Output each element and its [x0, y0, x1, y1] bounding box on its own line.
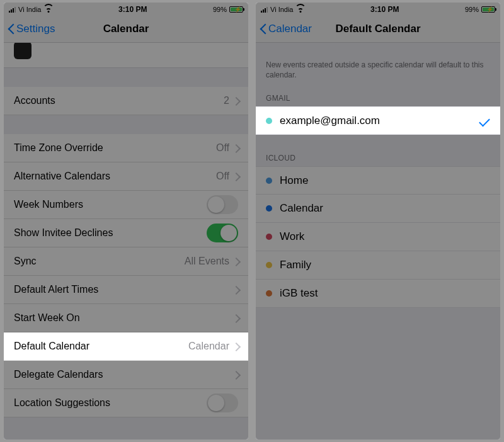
wifi-icon — [44, 6, 53, 13]
start-week-label: Start Week On — [14, 312, 233, 324]
sync-row[interactable]: Sync All Events — [4, 247, 248, 276]
calendar-option-home[interactable]: Home — [256, 166, 500, 195]
back-button[interactable]: Calendar — [260, 23, 312, 35]
chevron-right-icon — [233, 172, 238, 181]
timezone-override-row[interactable]: Time Zone Override Off — [4, 134, 248, 162]
week-numbers-label: Week Numbers — [14, 199, 207, 210]
status-time: 3:10 PM — [370, 5, 399, 14]
wifi-icon — [296, 6, 305, 13]
week-numbers-row[interactable]: Week Numbers — [4, 191, 248, 219]
sync-value: All Events — [185, 256, 229, 267]
alt-cal-label: Alternative Calendars — [14, 171, 216, 182]
screenshot-default-calendar: Vi India 3:10 PM 99% ⚡ Calendar Default … — [256, 3, 500, 439]
calendar-option-label: iGB test — [280, 287, 490, 300]
calendar-option-label: example@gmail.com — [280, 115, 471, 127]
default-calendar-label: Default Calendar — [14, 341, 188, 352]
invitee-declines-label: Show Invitee Declines — [14, 227, 207, 239]
week-numbers-toggle[interactable] — [207, 195, 238, 214]
calendar-option-family[interactable]: Family — [256, 251, 500, 280]
calendar-color-dot — [266, 262, 272, 268]
battery-percent: 99% — [213, 6, 227, 13]
tz-value: Off — [216, 142, 229, 154]
chevron-right-icon — [233, 144, 238, 152]
calendar-option-label: Work — [280, 230, 490, 243]
chevron-right-icon — [233, 342, 238, 351]
section-header-gmail: GMAIL — [256, 86, 500, 106]
calendar-option-work[interactable]: Work — [256, 223, 500, 251]
alt-cal-value: Off — [216, 171, 229, 182]
calendar-color-dot — [266, 234, 272, 240]
carrier-label: Vi India — [270, 6, 294, 13]
status-time: 3:10 PM — [118, 5, 147, 14]
calendar-option-gmail[interactable]: example@gmail.com — [256, 106, 500, 135]
screenshot-calendar-settings: Vi India 3:10 PM 99% ⚡ Settings Calendar… — [4, 3, 248, 439]
calendar-color-dot — [266, 205, 272, 212]
location-suggestions-row[interactable]: Location Suggestions — [4, 389, 248, 417]
invitee-declines-toggle[interactable] — [207, 224, 238, 242]
section-header-icloud: ICLOUD — [256, 146, 500, 166]
calendar-option-label: Calendar — [280, 202, 490, 215]
calendar-color-dot — [266, 290, 272, 297]
delegate-calendars-row[interactable]: Delegate Calendars — [4, 361, 248, 389]
battery-icon: ⚡ — [229, 6, 243, 13]
default-calendar-content: New events created outside a specific ca… — [256, 43, 500, 439]
carrier-label: Vi India — [18, 6, 42, 13]
sync-label: Sync — [14, 256, 185, 267]
settings-content: Accounts 2 Time Zone Override Off Altern… — [4, 43, 248, 439]
delegate-label: Delegate Calendars — [14, 369, 233, 380]
battery-icon: ⚡ — [481, 6, 495, 13]
chevron-right-icon — [233, 314, 238, 322]
default-alert-label: Default Alert Times — [14, 284, 233, 295]
battery-percent: 99% — [465, 6, 479, 13]
accounts-label: Accounts — [14, 95, 224, 106]
calendar-option-label: Family — [280, 259, 490, 271]
back-label: Calendar — [268, 23, 312, 35]
chevron-left-icon — [8, 23, 15, 35]
calendar-option-calendar[interactable]: Calendar — [256, 195, 500, 223]
chevron-left-icon — [260, 23, 267, 35]
default-calendar-value: Calendar — [188, 341, 229, 352]
location-sugg-toggle[interactable] — [207, 394, 238, 412]
accounts-value: 2 — [224, 95, 229, 106]
calendar-color-dot — [266, 178, 272, 184]
signal-icon — [9, 6, 16, 13]
calendar-option-label: Home — [280, 174, 490, 187]
start-week-row[interactable]: Start Week On — [4, 304, 248, 332]
status-bar: Vi India 3:10 PM 99% ⚡ — [4, 3, 248, 15]
chevron-right-icon — [233, 370, 238, 379]
nav-bar: Calendar Default Calendar — [256, 15, 500, 43]
signal-icon — [261, 6, 268, 13]
checkmark-icon — [479, 116, 490, 125]
accounts-row[interactable]: Accounts 2 — [4, 87, 248, 115]
back-button[interactable]: Settings — [8, 23, 55, 35]
status-bar: Vi India 3:10 PM 99% ⚡ — [256, 3, 500, 15]
tz-label: Time Zone Override — [14, 142, 216, 154]
calendar-color-dot — [266, 118, 272, 124]
invitee-declines-row[interactable]: Show Invitee Declines — [4, 219, 248, 247]
description-text: New events created outside a specific ca… — [256, 43, 500, 86]
back-label: Settings — [16, 23, 55, 35]
default-calendar-row[interactable]: Default Calendar Calendar — [4, 332, 248, 361]
chevron-right-icon — [233, 257, 238, 266]
location-sugg-label: Location Suggestions — [14, 397, 207, 409]
calendar-option-igb-test[interactable]: iGB test — [256, 280, 500, 308]
default-alert-row[interactable]: Default Alert Times — [4, 276, 248, 304]
chevron-right-icon — [233, 96, 238, 105]
prev-section-peek — [4, 43, 248, 68]
chevron-right-icon — [233, 285, 238, 294]
alt-calendars-row[interactable]: Alternative Calendars Off — [4, 162, 248, 191]
app-icon-placeholder — [14, 43, 32, 59]
nav-bar: Settings Calendar — [4, 15, 248, 43]
